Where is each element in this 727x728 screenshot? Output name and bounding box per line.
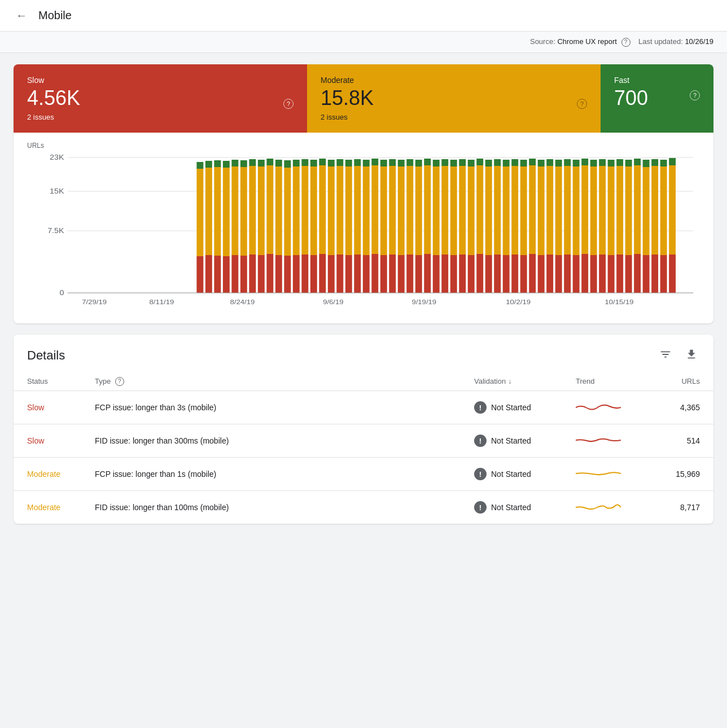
svg-rect-34 (266, 159, 273, 165)
chart-svg: 23K 15K 7.5K 0 (27, 152, 700, 310)
svg-rect-148 (599, 159, 606, 166)
trend-sparkline (576, 499, 621, 516)
metric-fast-help-icon[interactable]: ? (690, 90, 700, 100)
svg-rect-154 (616, 159, 623, 166)
svg-rect-125 (538, 255, 545, 293)
svg-rect-141 (581, 165, 588, 254)
not-started-icon: ! (474, 501, 487, 514)
svg-rect-137 (573, 255, 580, 293)
svg-rect-37 (275, 160, 282, 166)
row-validation: ! Not Started (474, 501, 576, 514)
svg-rect-90 (433, 166, 440, 255)
svg-rect-57 (336, 166, 343, 255)
not-started-icon: ! (474, 435, 487, 447)
table-row: Moderate FID issue: longer than 100ms (m… (14, 491, 713, 524)
metric-moderate-help-icon[interactable]: ? (577, 99, 587, 109)
svg-rect-43 (293, 160, 300, 166)
svg-rect-79 (398, 160, 405, 166)
metric-moderate: Moderate 15.8K 2 issues ? (307, 64, 601, 133)
svg-rect-167 (660, 255, 667, 293)
not-started-icon: ! (474, 401, 487, 414)
svg-rect-35 (275, 255, 282, 293)
svg-rect-82 (406, 159, 413, 166)
svg-rect-15 (214, 167, 221, 256)
page-title: Mobile (38, 9, 72, 22)
download-button[interactable] (683, 346, 700, 366)
svg-rect-33 (266, 165, 273, 254)
svg-rect-138 (573, 166, 580, 255)
svg-rect-40 (284, 160, 291, 168)
row-validation: ! Not Started (474, 435, 576, 447)
type-help-icon[interactable]: ? (115, 377, 124, 386)
svg-rect-162 (643, 166, 650, 255)
svg-rect-171 (669, 165, 676, 255)
details-card: Details Status Type ? (14, 335, 713, 524)
svg-rect-111 (494, 166, 501, 255)
metric-slow-help-icon[interactable]: ? (283, 99, 294, 109)
back-button[interactable]: ← (14, 7, 29, 24)
svg-rect-46 (301, 159, 308, 166)
svg-rect-101 (468, 255, 475, 293)
svg-rect-47 (310, 255, 317, 293)
table-header: Status Type ? Validation ↓ Trend URLs (14, 372, 713, 392)
svg-rect-91 (433, 160, 440, 166)
svg-rect-142 (581, 159, 588, 165)
svg-text:0: 0 (60, 289, 64, 297)
svg-rect-163 (643, 160, 650, 167)
svg-rect-159 (634, 165, 641, 254)
svg-rect-94 (441, 159, 448, 166)
svg-rect-146 (599, 255, 606, 293)
svg-rect-122 (529, 254, 536, 293)
svg-rect-129 (546, 166, 553, 255)
chart-area: URLs 23K 15K 7.5K 0 (14, 133, 713, 323)
filter-button[interactable] (657, 346, 674, 366)
svg-rect-143 (590, 255, 597, 293)
svg-rect-103 (468, 160, 475, 166)
table-row: Slow FID issue: longer than 300ms (mobil… (14, 424, 713, 458)
svg-rect-60 (345, 166, 352, 255)
svg-rect-30 (258, 166, 265, 255)
svg-rect-136 (564, 159, 571, 166)
svg-rect-44 (301, 255, 308, 293)
svg-rect-20 (231, 255, 238, 293)
svg-rect-126 (538, 166, 545, 255)
source-help-icon[interactable]: ? (621, 38, 630, 47)
col-header-validation[interactable]: Validation ↓ (474, 377, 576, 387)
svg-rect-68 (371, 254, 378, 293)
svg-rect-158 (634, 254, 641, 293)
svg-rect-70 (371, 159, 378, 165)
svg-rect-42 (293, 166, 300, 255)
svg-rect-157 (625, 160, 632, 166)
svg-rect-24 (240, 167, 247, 256)
svg-rect-72 (380, 166, 387, 255)
col-header-status: Status (27, 377, 95, 387)
svg-rect-50 (319, 254, 326, 293)
svg-rect-56 (336, 255, 343, 293)
row-type: FID issue: longer than 300ms (mobile) (95, 436, 474, 445)
svg-rect-81 (406, 166, 413, 255)
svg-rect-31 (258, 160, 265, 166)
last-updated-label: Last updated: (638, 37, 683, 46)
svg-rect-97 (450, 160, 457, 166)
svg-rect-144 (590, 166, 597, 255)
details-title: Details (27, 348, 65, 363)
svg-rect-73 (380, 160, 387, 166)
source-label: Source: (530, 37, 555, 46)
svg-rect-74 (389, 255, 396, 293)
svg-rect-169 (660, 160, 667, 166)
row-trend (576, 466, 655, 483)
svg-rect-80 (406, 255, 413, 293)
not-started-text: Not Started (491, 503, 531, 512)
svg-rect-51 (319, 165, 326, 254)
svg-rect-170 (669, 255, 676, 293)
svg-rect-172 (669, 158, 676, 165)
col-header-urls: URLs (655, 377, 700, 387)
metric-fast-value: 700 (614, 88, 700, 108)
row-trend (576, 499, 655, 516)
svg-rect-140 (581, 254, 588, 293)
svg-rect-127 (538, 160, 545, 166)
not-started-text: Not Started (491, 436, 531, 445)
svg-rect-164 (651, 255, 658, 293)
chart-container: 23K 15K 7.5K 0 (27, 152, 700, 310)
svg-rect-41 (293, 255, 300, 293)
